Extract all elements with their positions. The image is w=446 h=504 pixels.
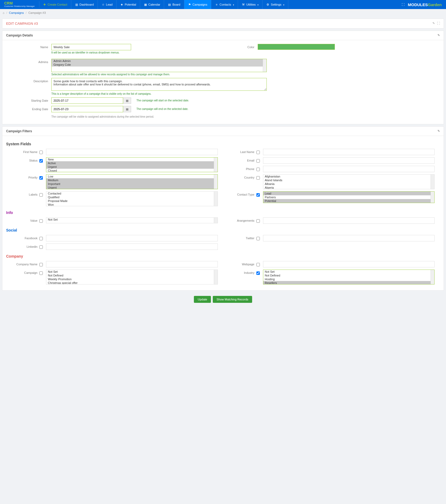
nav-create-contact[interactable]: ✚Create Contact xyxy=(39,0,71,9)
labels-option[interactable]: Won xyxy=(46,203,214,206)
nav-contacts[interactable]: ≡Contacts xyxy=(211,0,238,9)
country-option[interactable]: Algeria xyxy=(263,186,431,189)
country-checkbox[interactable] xyxy=(256,176,260,180)
country-option[interactable]: Afghanistan xyxy=(263,175,431,178)
industry-option[interactable]: Hosting xyxy=(263,277,431,281)
lastname-input[interactable] xyxy=(263,149,435,155)
priority-option[interactable]: Urgent xyxy=(46,186,214,189)
phone-checkbox[interactable] xyxy=(256,168,260,171)
campaign-option[interactable]: Christmas special offer xyxy=(46,281,214,284)
facebook-input[interactable] xyxy=(46,235,218,241)
nav-settings[interactable]: ⚙Settings xyxy=(262,0,288,9)
contact-type-option[interactable]: Potential xyxy=(263,199,431,203)
status-checkbox[interactable] xyxy=(39,159,43,163)
industry-listbox[interactable]: Not Set Not Defined Hosting Resellers xyxy=(263,270,435,284)
labels-option[interactable]: Proposal Made xyxy=(46,199,214,203)
company-name-input[interactable] xyxy=(46,261,218,267)
home-icon[interactable]: ⌂ xyxy=(3,11,5,14)
admin-option[interactable]: Admin Admin xyxy=(52,59,263,63)
labels-listbox[interactable]: Contacted Qualified Proposal Made Won xyxy=(46,191,218,206)
pencil-icon[interactable]: ✎ xyxy=(432,22,435,26)
value-checkbox[interactable] xyxy=(39,219,43,223)
scrollbar[interactable] xyxy=(431,175,434,189)
scrollbar[interactable] xyxy=(431,192,434,203)
arrangements-input[interactable] xyxy=(263,217,435,224)
status-option[interactable]: Closed xyxy=(46,169,214,172)
industry-checkbox[interactable] xyxy=(256,271,260,275)
fullscreen-icon[interactable]: ⛶ xyxy=(402,3,405,6)
campaign-option[interactable]: Not Set xyxy=(46,270,214,274)
end-date-input[interactable] xyxy=(51,106,123,112)
calendar-icon[interactable]: ▦ xyxy=(123,106,131,112)
breadcrumb-campaigns[interactable]: Campaigns xyxy=(9,11,24,14)
priority-checkbox[interactable] xyxy=(39,176,43,180)
show-matching-button[interactable]: Show Matching Records xyxy=(213,296,252,303)
firstname-input[interactable] xyxy=(46,149,218,155)
nav-campaigns[interactable]: ⚑Campaigns xyxy=(184,0,211,9)
name-input[interactable] xyxy=(51,44,131,50)
campaign-option[interactable]: Not Defined xyxy=(46,274,214,277)
admins-select[interactable]: Admin Admin Gregory Cole xyxy=(51,59,267,72)
status-option[interactable]: New xyxy=(46,158,214,161)
phone-input[interactable] xyxy=(263,166,435,172)
value-option[interactable]: Not Set xyxy=(46,218,214,221)
status-option[interactable]: Urgent xyxy=(46,165,214,169)
status-listbox[interactable]: New Active Urgent Closed xyxy=(46,157,218,172)
firstname-checkbox[interactable] xyxy=(39,151,43,154)
company-name-checkbox[interactable] xyxy=(39,263,43,266)
nav-potential[interactable]: ★Potential xyxy=(116,0,140,9)
arrangements-checkbox[interactable] xyxy=(256,219,260,223)
expand-icon[interactable]: ⛶ xyxy=(437,22,440,26)
status-option[interactable]: Active xyxy=(46,161,214,165)
scrollbar[interactable] xyxy=(431,270,434,284)
priority-listbox[interactable]: Low Medium Important Urgent xyxy=(46,174,218,189)
pencil-icon[interactable]: ✎ xyxy=(437,34,440,37)
description-textarea[interactable]: Some guide how to treat contacts with th… xyxy=(51,78,267,91)
industry-option[interactable]: Not Set xyxy=(263,270,431,274)
nav-calendar[interactable]: ▦Calendar xyxy=(140,0,164,9)
contact-type-option[interactable]: Partners xyxy=(263,195,431,199)
country-listbox[interactable]: Afghanistan Aland Islands Albania Algeri… xyxy=(263,174,435,189)
webpage-input[interactable] xyxy=(263,261,435,267)
start-date-input[interactable] xyxy=(51,97,123,104)
linkedin-checkbox[interactable] xyxy=(39,245,43,249)
twitter-checkbox[interactable] xyxy=(256,237,260,240)
facebook-checkbox[interactable] xyxy=(39,237,43,240)
campaign-checkbox[interactable] xyxy=(39,271,43,275)
calendar-icon[interactable]: ▦ xyxy=(123,97,131,104)
twitter-input[interactable] xyxy=(263,235,435,241)
country-option[interactable]: Aland Islands xyxy=(263,178,431,182)
linkedin-input[interactable] xyxy=(46,243,218,250)
labels-option[interactable]: Qualified xyxy=(46,195,214,199)
scrollbar[interactable] xyxy=(263,59,266,72)
color-picker[interactable] xyxy=(258,44,335,50)
nav-dashboard[interactable]: ▥Dashboard xyxy=(71,0,98,9)
industry-option[interactable]: Resellers xyxy=(263,281,431,284)
labels-checkbox[interactable] xyxy=(39,193,43,197)
contact-type-option[interactable]: Lead xyxy=(263,192,431,195)
nav-lead[interactable]: ☆Lead xyxy=(98,0,116,9)
admin-option[interactable]: Gregory Cole xyxy=(52,63,263,67)
scrollbar[interactable] xyxy=(214,158,218,172)
scrollbar[interactable] xyxy=(214,270,218,284)
nav-board[interactable]: ▤Board xyxy=(164,0,184,9)
email-input[interactable] xyxy=(263,157,435,164)
update-button[interactable]: Update xyxy=(194,296,211,303)
country-option[interactable]: Albania xyxy=(263,182,431,186)
campaign-option[interactable]: Weekly Promotion xyxy=(46,277,214,281)
campaign-listbox[interactable]: Not Set Not Defined Weekly Promotion Chr… xyxy=(46,270,218,284)
scrollbar[interactable] xyxy=(214,175,218,189)
email-checkbox[interactable] xyxy=(256,159,260,163)
scrollbar[interactable] xyxy=(214,192,218,206)
lastname-checkbox[interactable] xyxy=(256,151,260,154)
webpage-checkbox[interactable] xyxy=(256,263,260,266)
priority-option[interactable]: Important xyxy=(46,182,214,186)
pencil-icon[interactable]: ✎ xyxy=(437,129,440,133)
contact-type-checkbox[interactable] xyxy=(256,193,260,197)
industry-option[interactable]: Not Defined xyxy=(263,274,431,277)
value-listbox[interactable]: Not Set xyxy=(46,217,218,223)
priority-option[interactable]: Low xyxy=(46,175,214,178)
nav-utilities[interactable]: ⚒Utilities xyxy=(238,0,262,9)
labels-option[interactable]: Contacted xyxy=(46,192,214,195)
contact-type-listbox[interactable]: Lead Partners Potential xyxy=(263,191,435,203)
